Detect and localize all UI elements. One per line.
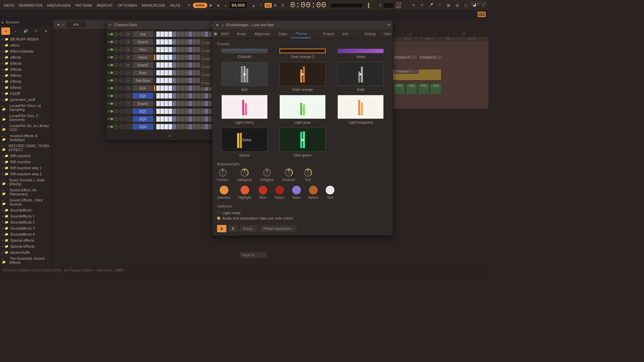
step-button[interactable] xyxy=(189,78,192,83)
channel-vol-knob[interactable] xyxy=(119,63,124,67)
step-button[interactable] xyxy=(172,78,176,83)
browser-add-icon[interactable]: + xyxy=(1,27,10,35)
step-button[interactable] xyxy=(172,116,176,122)
theme-preset[interactable]: Light cherry xyxy=(217,95,272,124)
channel-pan-knob[interactable] xyxy=(114,47,118,52)
settings-close-icon[interactable]: × xyxy=(387,22,390,27)
step-button[interactable] xyxy=(180,32,184,37)
step-button[interactable] xyxy=(184,39,188,45)
mic-icon[interactable]: 🎤 xyxy=(427,2,435,9)
channel-led[interactable] xyxy=(108,87,110,89)
channel-mute[interactable] xyxy=(110,102,113,105)
playlist-header-cell[interactable]: Pa.n 1 xyxy=(467,37,488,42)
step-button[interactable] xyxy=(205,124,208,129)
channel-pan-knob[interactable] xyxy=(114,55,118,60)
step-button[interactable] xyxy=(176,78,180,83)
maximize-button[interactable]: □ xyxy=(476,1,481,5)
step-button[interactable] xyxy=(205,32,208,37)
step-button[interactable] xyxy=(180,78,184,83)
browser-item[interactable]: ▸ 📁Soundeffects 2 xyxy=(0,219,52,225)
step-button[interactable] xyxy=(193,101,196,106)
channel-mute[interactable] xyxy=(110,56,113,59)
channel-vol-knob[interactable] xyxy=(119,32,124,37)
stop-icon[interactable]: ■ xyxy=(216,2,221,9)
step-button[interactable] xyxy=(156,85,160,91)
channel-number[interactable] xyxy=(124,93,132,99)
browser-item[interactable]: ▸ 📁The Essential..Sound Effects xyxy=(0,255,52,265)
browser-audio-icon[interactable]: 🔊 xyxy=(21,27,30,35)
step-button[interactable] xyxy=(197,78,200,83)
theme-preset[interactable]: Sytrus Sytrus xyxy=(217,128,272,157)
playlist-ruler[interactable]: 111317 xyxy=(381,32,488,37)
step-button[interactable] xyxy=(176,62,180,68)
channel-number[interactable]: 7 xyxy=(124,101,132,107)
browser-folder-icon[interactable]: ▪ xyxy=(11,27,20,35)
step-button[interactable] xyxy=(172,124,176,129)
step-button[interactable] xyxy=(160,32,164,37)
channel-pan-knob[interactable] xyxy=(114,109,118,114)
step-button[interactable] xyxy=(189,47,192,52)
knob-dial[interactable] xyxy=(304,169,312,177)
browser-item[interactable]: ▸ 📁Effects xyxy=(0,78,52,84)
step-button[interactable] xyxy=(160,55,164,60)
menu-hilfe[interactable]: HILFE xyxy=(168,0,183,10)
step-button[interactable] xyxy=(189,93,192,99)
reset-button[interactable]: Zurüc.. xyxy=(240,225,258,232)
knob-dial[interactable] xyxy=(285,169,293,177)
channel-name[interactable]: Snare1 xyxy=(132,39,153,45)
adjustment-knob[interactable]: Kontrast xyxy=(282,169,295,182)
browser-item[interactable]: ▸ 📁Soundeffects 1 xyxy=(0,213,52,219)
step-button[interactable] xyxy=(168,70,172,75)
step-button[interactable] xyxy=(168,39,172,45)
step-button[interactable] xyxy=(197,124,200,129)
step-button[interactable] xyxy=(193,47,196,52)
browser-item[interactable]: ▸ 📁effect xyxy=(0,42,52,48)
step-button[interactable] xyxy=(180,116,184,122)
color-swatch[interactable]: Meters xyxy=(308,186,319,199)
browser-refresh-icon[interactable]: ⟳ xyxy=(32,27,40,35)
theme-preset[interactable]: ➤ Ultra green xyxy=(275,128,330,157)
metronome-icon[interactable]: ▲ xyxy=(251,2,256,9)
channel-mute[interactable] xyxy=(110,41,113,43)
browser-item[interactable]: ▸ 📁Effects xyxy=(0,66,52,72)
channel-mute[interactable] xyxy=(110,118,113,120)
step-button[interactable] xyxy=(184,124,188,129)
beat-indicator[interactable]: 3.2 xyxy=(265,3,272,8)
playlist-clip[interactable]: ⌐EQ1 xyxy=(406,83,417,95)
menu-hinzufuegen[interactable]: HINZUFüGEN xyxy=(45,0,73,10)
step-button[interactable] xyxy=(184,78,188,83)
channel-led[interactable] xyxy=(108,64,110,66)
step-button[interactable] xyxy=(184,93,188,99)
step-button[interactable] xyxy=(164,70,168,75)
step-button[interactable] xyxy=(156,109,160,114)
step-button[interactable] xyxy=(156,70,160,75)
playlist-clip[interactable]: ⌐EQ1 xyxy=(418,83,429,95)
step-button[interactable] xyxy=(176,109,180,114)
step-button[interactable] xyxy=(160,78,164,83)
tab-ueber[interactable]: Über xyxy=(380,29,396,38)
knob-dial[interactable] xyxy=(219,169,227,177)
channel-led[interactable] xyxy=(108,56,110,58)
channel-led[interactable] xyxy=(108,72,110,74)
channel-vol-knob[interactable] xyxy=(119,86,124,90)
step-button[interactable] xyxy=(172,62,176,68)
browser-item[interactable]: ▸ 📁Scary Sounds (..unds Effects) xyxy=(0,177,52,187)
color-swatch[interactable]: Selection xyxy=(217,186,231,199)
step-button[interactable] xyxy=(193,32,196,37)
step-button[interactable] xyxy=(189,55,192,60)
save-preset-button[interactable]: Preset speichern.. xyxy=(260,225,297,232)
knob-dial[interactable] xyxy=(240,169,249,177)
channel-vol-knob[interactable] xyxy=(119,47,124,52)
step-button[interactable] xyxy=(176,124,180,129)
step-button[interactable] xyxy=(168,62,172,68)
channel-number[interactable] xyxy=(124,116,132,122)
step-button[interactable] xyxy=(193,55,196,60)
step-button[interactable] xyxy=(176,39,180,45)
browser-item[interactable]: ▸ 📁LucasFilm So..ts Library CD3 xyxy=(0,123,52,133)
step-button[interactable] xyxy=(176,85,180,91)
channel-name[interactable]: Kick xyxy=(132,85,153,91)
channel-mute[interactable] xyxy=(110,64,113,66)
tab-midi[interactable]: MIDI xyxy=(217,29,233,38)
knob-dial[interactable] xyxy=(263,169,271,177)
step-button[interactable] xyxy=(205,109,208,114)
